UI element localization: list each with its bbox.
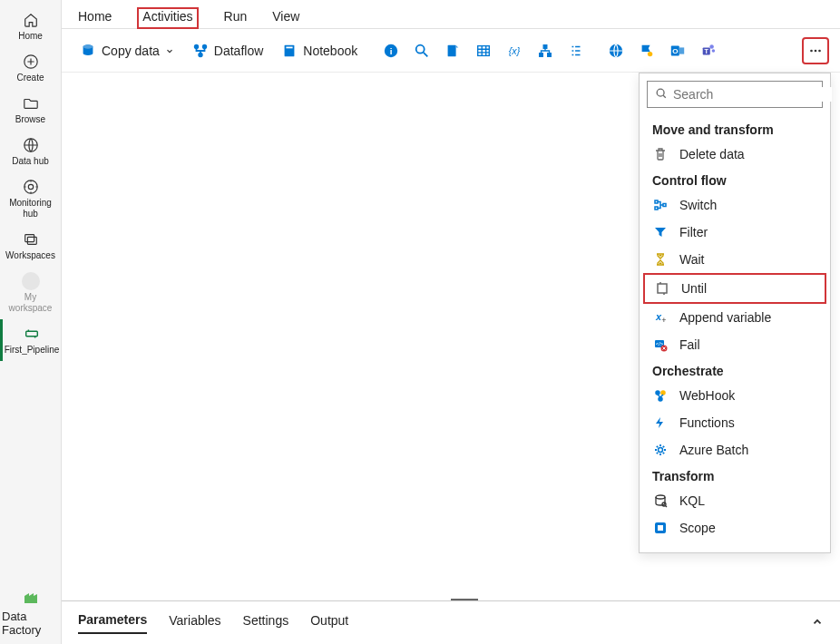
sidebar-label: Create xyxy=(16,73,44,83)
activity-webhook[interactable]: WebHook xyxy=(643,382,826,409)
teams-icon[interactable]: T xyxy=(695,37,722,64)
sidebar-label: Workspaces xyxy=(5,250,55,261)
notebook-icon xyxy=(281,43,298,59)
tab-activities[interactable]: Activities xyxy=(137,7,198,29)
svg-text:T: T xyxy=(705,46,709,54)
svg-rect-27 xyxy=(679,47,684,54)
top-tabs: Home Activities Run View xyxy=(62,0,840,29)
svg-rect-6 xyxy=(26,331,38,336)
until-icon xyxy=(654,280,670,297)
main: Home Activities Run View Copy data Dataf… xyxy=(62,0,840,644)
fail-icon: </> xyxy=(652,337,669,353)
svg-point-9 xyxy=(195,44,199,48)
sidebar-item-browse[interactable]: Browse xyxy=(0,89,61,131)
sidebar-footer-label: Data Factory xyxy=(2,610,59,637)
sidebar-label: First_Pipeline xyxy=(5,345,60,356)
svg-point-3 xyxy=(28,184,33,189)
notebook-label: Notebook xyxy=(303,44,357,58)
append-var-icon: x+ xyxy=(652,309,669,326)
table-icon[interactable] xyxy=(470,37,497,64)
svg-rect-39 xyxy=(658,284,667,293)
list-icon[interactable] xyxy=(562,37,590,64)
activity-until[interactable]: Until xyxy=(643,273,826,304)
activity-label: Switch xyxy=(679,198,717,212)
bottom-panel: Parameters Variables Settings Output xyxy=(62,600,840,644)
switch-icon xyxy=(652,197,669,213)
dataflow-button[interactable]: Dataflow xyxy=(185,39,270,63)
svg-rect-21 xyxy=(540,53,543,56)
svg-rect-36 xyxy=(655,200,658,203)
activity-label: Until xyxy=(681,281,707,296)
bottom-tab-settings[interactable]: Settings xyxy=(243,613,289,633)
bottom-tab-variables[interactable]: Variables xyxy=(169,613,220,633)
svg-point-8 xyxy=(83,44,93,49)
panel-search[interactable] xyxy=(647,81,823,108)
section-move-transform: Move and transform xyxy=(643,117,826,141)
svg-point-35 xyxy=(657,89,664,96)
sidebar-item-monitoring[interactable]: Monitoring hub xyxy=(0,172,61,225)
scope-icon xyxy=(652,520,669,536)
sidebar-item-workspaces[interactable]: Workspaces xyxy=(0,225,61,267)
activity-azure-batch[interactable]: Azure Batch xyxy=(643,436,826,463)
resize-handle[interactable] xyxy=(451,597,478,600)
activity-filter[interactable]: Filter xyxy=(643,219,826,246)
sidebar: Home Create Browse Data hub Monitoring h… xyxy=(0,0,62,644)
activity-label: KQL xyxy=(679,493,705,508)
svg-point-32 xyxy=(810,49,813,52)
gear-icon xyxy=(652,442,669,458)
svg-point-16 xyxy=(416,44,425,53)
svg-rect-38 xyxy=(663,204,666,207)
activity-wait[interactable]: Wait xyxy=(643,246,826,273)
copy-data-icon xyxy=(80,43,96,59)
sidebar-item-myworkspace[interactable]: My workspace xyxy=(0,267,61,319)
svg-point-48 xyxy=(659,448,663,453)
activity-delete-data[interactable]: Delete data xyxy=(643,141,826,168)
script-icon[interactable] xyxy=(439,37,466,64)
flag-icon[interactable] xyxy=(633,37,660,64)
variable-icon[interactable]: {x} xyxy=(501,37,528,64)
activity-fail[interactable]: </> Fail xyxy=(643,331,826,358)
notebook-button[interactable]: Notebook xyxy=(274,39,365,63)
activity-scope[interactable]: Scope xyxy=(643,514,826,542)
tab-view[interactable]: View xyxy=(272,9,299,31)
activity-switch[interactable]: Switch xyxy=(643,191,826,219)
svg-point-24 xyxy=(648,51,652,55)
trash-icon xyxy=(652,146,669,162)
bottom-tab-output[interactable]: Output xyxy=(310,613,348,633)
info-icon[interactable]: i xyxy=(377,37,405,64)
outlook-icon[interactable]: O xyxy=(664,37,691,64)
expand-panel-button[interactable] xyxy=(811,615,824,630)
svg-point-31 xyxy=(712,49,716,53)
funnel-icon xyxy=(652,224,669,240)
activity-label: Append variable xyxy=(679,310,771,325)
svg-rect-18 xyxy=(478,45,490,55)
sidebar-footer[interactable]: Data Factory xyxy=(0,581,61,644)
svg-point-30 xyxy=(710,44,715,49)
tab-home[interactable]: Home xyxy=(78,9,112,31)
sidebar-item-datahub[interactable]: Data hub xyxy=(0,131,61,172)
tab-run[interactable]: Run xyxy=(224,9,248,31)
panel-search-input[interactable] xyxy=(673,87,832,102)
more-button[interactable] xyxy=(802,37,829,64)
bottom-tab-parameters[interactable]: Parameters xyxy=(78,612,147,634)
svg-text:+: + xyxy=(661,316,666,325)
sidebar-item-create[interactable]: Create xyxy=(0,47,61,89)
sidebar-item-home[interactable]: Home xyxy=(0,5,61,47)
folder-icon xyxy=(22,94,40,112)
hourglass-icon xyxy=(652,251,669,268)
copy-data-button[interactable]: Copy data xyxy=(73,39,181,63)
activity-append-variable[interactable]: x+ Append variable xyxy=(643,304,826,331)
activity-functions[interactable]: Functions xyxy=(643,409,826,436)
sidebar-item-pipeline[interactable]: First_Pipeline xyxy=(0,319,61,361)
svg-text:O: O xyxy=(672,46,678,54)
activity-kql[interactable]: KQL xyxy=(643,487,826,514)
web-icon[interactable] xyxy=(602,37,630,64)
search-icon[interactable] xyxy=(408,37,435,64)
svg-rect-20 xyxy=(543,44,547,48)
sidebar-label: Monitoring hub xyxy=(2,198,59,220)
activity-label: Delete data xyxy=(679,147,745,161)
hierarchy-icon[interactable] xyxy=(532,37,559,64)
dataflow-label: Dataflow xyxy=(214,44,263,58)
svg-rect-4 xyxy=(24,235,34,242)
data-factory-icon xyxy=(22,589,40,610)
